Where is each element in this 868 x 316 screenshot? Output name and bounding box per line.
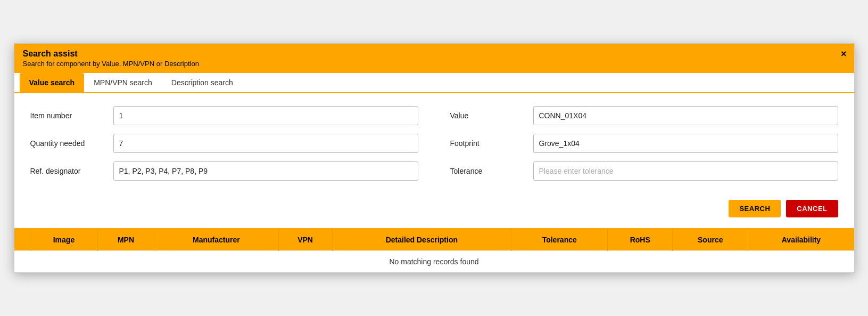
table-col-mpn: MPN — [97, 229, 154, 251]
ref-designator-input[interactable] — [113, 161, 418, 181]
footprint-label: Footprint — [450, 139, 525, 148]
value-input[interactable] — [533, 106, 838, 125]
value-label: Value — [450, 111, 525, 120]
table-col-vpn: VPN — [278, 229, 332, 251]
table-col-availability: Availability — [748, 229, 854, 251]
results-section: Image MPN Manufacturer VPN Detailed Desc… — [14, 228, 854, 272]
close-button[interactable]: × — [841, 49, 847, 59]
no-records-text: No matching records found — [14, 251, 854, 273]
action-row: SEARCH CANCEL — [14, 191, 854, 223]
table-col-image: Image — [30, 229, 98, 251]
ref-designator-label: Ref. designator — [30, 167, 105, 175]
search-button[interactable]: SEARCH — [729, 200, 781, 217]
form-area: Item number Value Quantity needed Footpr… — [14, 93, 854, 191]
quantity-input[interactable] — [113, 134, 418, 153]
footprint-input[interactable] — [533, 134, 838, 153]
dialog-subtitle: Search for component by Value, MPN/VPN o… — [23, 60, 846, 68]
no-records-row: No matching records found — [14, 251, 854, 273]
tolerance-row: Tolerance — [450, 161, 838, 181]
tabs-bar: Value search MPN/VPN search Description … — [14, 73, 854, 93]
footprint-row: Footprint — [450, 134, 838, 153]
tab-description-search[interactable]: Description search — [162, 73, 243, 92]
table-col-source: Source — [673, 229, 748, 251]
table-col-tolerance: Tolerance — [511, 229, 608, 251]
table-col-selector — [14, 229, 30, 251]
item-number-input[interactable] — [113, 106, 418, 125]
table-col-rohs: RoHS — [608, 229, 673, 251]
search-assist-dialog: Search assist Search for component by Va… — [14, 43, 855, 273]
quantity-row: Quantity needed — [30, 134, 418, 153]
results-table: Image MPN Manufacturer VPN Detailed Desc… — [14, 229, 854, 272]
dialog-title: Search assist — [23, 49, 846, 59]
cancel-button[interactable]: CANCEL — [786, 200, 838, 217]
ref-designator-row: Ref. designator — [30, 161, 418, 181]
item-number-row: Item number — [30, 106, 418, 125]
form-grid: Item number Value Quantity needed Footpr… — [30, 106, 838, 181]
table-col-description: Detailed Description — [332, 229, 511, 251]
dialog-header: Search assist Search for component by Va… — [14, 44, 854, 73]
tolerance-label: Tolerance — [450, 167, 525, 175]
item-number-label: Item number — [30, 111, 105, 120]
tab-mpn-vpn-search[interactable]: MPN/VPN search — [84, 73, 162, 92]
tab-value-search[interactable]: Value search — [20, 73, 85, 92]
tolerance-input[interactable] — [533, 161, 838, 181]
quantity-label: Quantity needed — [30, 139, 105, 148]
value-row: Value — [450, 106, 838, 125]
table-header-row: Image MPN Manufacturer VPN Detailed Desc… — [14, 229, 854, 251]
table-col-manufacturer: Manufacturer — [154, 229, 278, 251]
